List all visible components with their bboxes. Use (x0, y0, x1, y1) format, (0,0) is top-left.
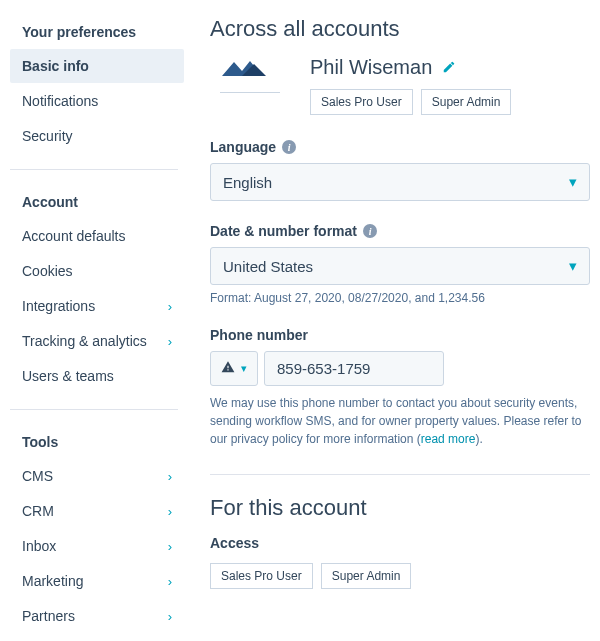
sidebar-item-label: Security (22, 128, 73, 144)
phone-field: Phone number ▾ We may use this phone num… (210, 327, 590, 448)
sidebar-item-label: Integrations (22, 298, 95, 314)
country-code-select[interactable]: ▾ (210, 351, 258, 386)
label-text: Language (210, 139, 276, 155)
sidebar-item-label: Basic info (22, 58, 89, 74)
date-format-select[interactable]: United States ▾ (210, 247, 590, 285)
role-badge: Super Admin (321, 563, 412, 589)
sidebar-item-label: Account defaults (22, 228, 126, 244)
sidebar-item-label: Tracking & analytics (22, 333, 147, 349)
select-value: United States (223, 258, 313, 275)
role-badges: Sales Pro User Super Admin (310, 89, 511, 115)
sidebar-item-basic-info[interactable]: Basic info (10, 49, 184, 83)
sidebar-item-integrations[interactable]: Integrations› (10, 289, 184, 323)
profile-header: Phil Wiseman Sales Pro User Super Admin (210, 56, 590, 115)
select-value: English (223, 174, 272, 191)
main-content: Across all accounts Phil Wiseman Sales P… (190, 0, 600, 641)
sidebar-group-account: Account (10, 186, 190, 218)
caret-down-icon: ▾ (241, 362, 247, 375)
sidebar-item-tracking-analytics[interactable]: Tracking & analytics› (10, 324, 184, 358)
phone-help-text: We may use this phone number to contact … (210, 394, 590, 448)
sidebar-group-preferences: Your preferences (10, 16, 190, 48)
org-logo (210, 56, 290, 93)
user-name: Phil Wiseman (310, 56, 432, 79)
date-format-field: Date & number format i United States ▾ F… (210, 223, 590, 305)
section-heading-all-accounts: Across all accounts (210, 16, 590, 42)
caret-down-icon: ▾ (569, 173, 577, 191)
chevron-right-icon: › (168, 539, 172, 554)
sidebar-item-inbox[interactable]: Inbox› (10, 529, 184, 563)
chevron-right-icon: › (168, 574, 172, 589)
info-icon[interactable]: i (363, 224, 377, 238)
role-badge: Sales Pro User (310, 89, 413, 115)
caret-down-icon: ▾ (569, 257, 577, 275)
edit-icon[interactable] (442, 56, 456, 79)
sidebar-item-label: CMS (22, 468, 53, 484)
warning-icon (221, 360, 235, 377)
sidebar: Your preferences Basic info Notification… (0, 0, 190, 641)
sidebar-group-tools: Tools (10, 426, 190, 458)
sidebar-item-security[interactable]: Security (10, 119, 184, 153)
sidebar-item-users-teams[interactable]: Users & teams (10, 359, 184, 393)
sidebar-item-label: Users & teams (22, 368, 114, 384)
sidebar-item-label: Cookies (22, 263, 73, 279)
user-name-row: Phil Wiseman (310, 56, 511, 79)
sidebar-item-account-defaults[interactable]: Account defaults (10, 219, 184, 253)
sidebar-item-cms[interactable]: CMS› (10, 459, 184, 493)
phone-input[interactable] (264, 351, 444, 386)
sidebar-item-label: Inbox (22, 538, 56, 554)
divider (220, 92, 280, 93)
help-text: ). (475, 432, 482, 446)
label-text: Phone number (210, 327, 308, 343)
chevron-right-icon: › (168, 504, 172, 519)
field-label: Language i (210, 139, 590, 155)
sidebar-item-label: Partners (22, 608, 75, 624)
sidebar-item-label: Marketing (22, 573, 83, 589)
field-label: Date & number format i (210, 223, 590, 239)
chevron-right-icon: › (168, 469, 172, 484)
divider (10, 409, 178, 410)
role-badge: Sales Pro User (210, 563, 313, 589)
info-icon[interactable]: i (282, 140, 296, 154)
access-badges: Sales Pro User Super Admin (210, 563, 590, 589)
sidebar-item-marketing[interactable]: Marketing› (10, 564, 184, 598)
role-badge: Super Admin (421, 89, 512, 115)
sidebar-item-crm[interactable]: CRM› (10, 494, 184, 528)
section-heading-this-account: For this account (210, 495, 590, 521)
sidebar-item-label: CRM (22, 503, 54, 519)
divider (10, 169, 178, 170)
language-select[interactable]: English ▾ (210, 163, 590, 201)
sidebar-item-cookies[interactable]: Cookies (10, 254, 184, 288)
sidebar-item-label: Notifications (22, 93, 98, 109)
help-text: We may use this phone number to contact … (210, 396, 582, 446)
label-text: Date & number format (210, 223, 357, 239)
chevron-right-icon: › (168, 334, 172, 349)
field-label: Phone number (210, 327, 590, 343)
language-field: Language i English ▾ (210, 139, 590, 201)
sidebar-item-partners[interactable]: Partners› (10, 599, 184, 633)
read-more-link[interactable]: read more (421, 432, 476, 446)
divider (210, 474, 590, 475)
chevron-right-icon: › (168, 609, 172, 624)
access-label: Access (210, 535, 590, 551)
sidebar-item-notifications[interactable]: Notifications (10, 84, 184, 118)
format-hint: Format: August 27, 2020, 08/27/2020, and… (210, 291, 590, 305)
chevron-right-icon: › (168, 299, 172, 314)
mountain-logo-icon (218, 56, 282, 82)
